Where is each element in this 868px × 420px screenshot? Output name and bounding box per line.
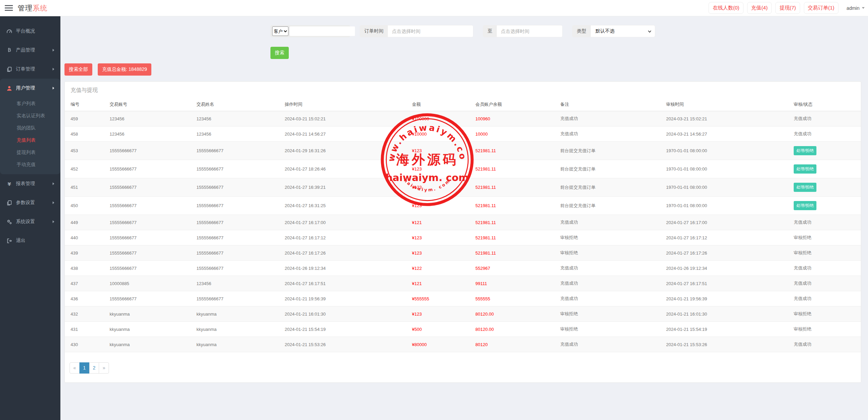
sidebar-subitem-customer-list[interactable]: 客户列表 (0, 98, 60, 110)
to-label: 至 (483, 25, 497, 37)
column-header: 审核时间 (660, 98, 788, 111)
order-time-label: 订单时间 (360, 25, 388, 37)
amount-cell: ¥123 (406, 178, 470, 197)
process-reject-button[interactable]: 处理/拒绝 (794, 183, 816, 192)
header-link-withdraw[interactable]: 提现(7) (775, 2, 800, 14)
amount-cell: ¥100000 (406, 111, 470, 126)
name-cell: 15555666677 (191, 261, 279, 276)
status-cell: 审核拒绝 (788, 322, 861, 337)
status-cell: 充值成功 (788, 215, 861, 230)
yen-icon: ¥ (6, 181, 12, 187)
row-id-cell: 458 (65, 126, 104, 142)
sidebar-subitem-realname-list[interactable]: 实名认证列表 (0, 110, 60, 122)
row-id-cell: 439 (65, 245, 104, 261)
chevron-right-icon (53, 201, 54, 204)
row-id-cell: 436 (65, 291, 104, 306)
column-header: 交易账号 (104, 98, 191, 111)
account-cell: 15555666677 (104, 215, 191, 230)
row-id-cell: 452 (65, 160, 104, 178)
audit-time-cell: 2024-01-21 15:53:26 (660, 337, 788, 352)
sidebar-subitem-recharge-list[interactable]: 充值列表 (0, 134, 60, 146)
user-name: admin (847, 5, 860, 11)
sidebar-subitem-my-team[interactable]: 我的团队 (0, 122, 60, 134)
sidebar-item-user-management[interactable]: 用户管理 (0, 79, 60, 98)
account-cell: 15555666677 (104, 261, 191, 276)
app-logo: 管理系统 (18, 3, 48, 13)
table-row: 432kkyuanmakkyuanma2024-01-21 16:01:30¥1… (65, 306, 861, 322)
op-time-cell: 2024-01-27 16:17:51 (279, 276, 406, 291)
remark-cell: 审核拒绝 (554, 245, 660, 261)
balance-cell: 552967 (470, 261, 554, 276)
balance-cell: 521981.11 (470, 215, 554, 230)
sidebar-item-label: 参数设置 (16, 200, 35, 206)
chevron-right-icon (53, 182, 54, 185)
table-row: 43615555666677155556666772024-01-21 19:5… (65, 291, 861, 306)
page-prev[interactable]: « (70, 362, 80, 374)
account-filter-group: 客户 (270, 25, 350, 37)
search-button[interactable]: 搜索 (270, 47, 289, 59)
type-select[interactable]: 默认不选 (591, 25, 655, 37)
header-link-online-count[interactable]: 在线人数(0) (709, 2, 743, 14)
amount-cell: ¥123 (406, 197, 470, 215)
row-id-cell: 459 (65, 111, 104, 126)
account-type-select[interactable]: 客户 (272, 26, 288, 36)
sidebar-item-platform-overview[interactable]: 平台概况 (0, 22, 60, 41)
remark-cell: 前台提交充值订单 (554, 178, 660, 197)
op-time-cell: 2024-01-27 16:17:00 (279, 215, 406, 230)
sidebar-item-order-management[interactable]: 订单管理 (0, 60, 60, 79)
chevron-right-icon (53, 49, 54, 52)
page-1[interactable]: 1 (79, 362, 90, 374)
sidebar-item-product-management[interactable]: 产品管理 (0, 41, 60, 60)
table-row: 4581234561234562024-03-21 14:56:27¥10000… (65, 126, 861, 142)
logout-icon (6, 238, 12, 244)
remark-cell: 审核拒绝 (554, 322, 660, 337)
status-text: 充值成功 (794, 265, 811, 271)
sidebar-item-param-settings[interactable]: 参数设置 (0, 193, 60, 212)
amount-cell: ¥123 (406, 245, 470, 261)
process-reject-button[interactable]: 处理/拒绝 (794, 164, 816, 174)
status-text: 充值成功 (794, 220, 811, 225)
status-cell: 处理/拒绝 (788, 142, 861, 160)
time-to-input[interactable] (497, 25, 562, 37)
audit-time-cell: 2024-01-27 16:17:26 (660, 245, 788, 261)
user-menu[interactable]: admin (843, 3, 868, 13)
header-link-recharge[interactable]: 充值(4) (747, 2, 772, 14)
page-next[interactable]: » (99, 362, 109, 374)
process-reject-button[interactable]: 处理/拒绝 (794, 146, 816, 155)
column-header: 操作时间 (279, 98, 406, 111)
remark-cell: 前台提交充值订单 (554, 142, 660, 160)
user-icon (6, 85, 12, 91)
app-logo-part1: 管理 (18, 4, 33, 12)
op-time-cell: 2024-01-27 16:17:12 (279, 230, 406, 245)
audit-time-cell: 2024-01-27 16:17:12 (660, 230, 788, 245)
balance-cell: 100960 (470, 111, 554, 126)
sidebar-subitem-manual-recharge[interactable]: 手动充值 (0, 159, 60, 171)
op-time-cell: 2024-01-27 16:17:26 (279, 245, 406, 261)
time-to-group: 至 (483, 25, 563, 37)
page-2[interactable]: 2 (89, 362, 99, 374)
recharge-withdraw-panel: 充值与提现 编号交易账号交易姓名操作时间金额会员账户余额备注审核时间审核/状态 … (64, 81, 861, 383)
chevron-right-icon (53, 87, 54, 89)
time-from-input[interactable] (388, 25, 473, 37)
remark-cell: 充值成功 (554, 215, 660, 230)
balance-cell: 521981.11 (470, 245, 554, 261)
sidebar-item-system-settings[interactable]: 系统设置 (0, 212, 60, 231)
process-reject-button[interactable]: 处理/拒绝 (794, 201, 816, 210)
table-row: 431kkyuanmakkyuanma2024-01-21 15:54:19¥5… (65, 322, 861, 337)
chevron-right-icon (53, 220, 54, 223)
search-all-button[interactable]: 搜索全部 (64, 63, 92, 76)
filter-row: 客户 订单时间 至 类型 默认不选 (270, 25, 655, 37)
row-id-cell: 431 (65, 322, 104, 337)
type-label: 类型 (572, 25, 591, 37)
sidebar-item-report-management[interactable]: ¥报表管理 (0, 174, 60, 193)
sidebar-item-logout[interactable]: 退出 (0, 231, 60, 250)
table-row: 43815555666677155556666772024-01-26 19:1… (65, 261, 861, 276)
table-row: 45315555666677155556666772024-01-29 16:3… (65, 142, 861, 160)
sidebar-subitem-withdraw-list[interactable]: 提现列表 (0, 146, 60, 159)
status-text: 充值成功 (794, 296, 811, 301)
table-row: 43915555666677155556666772024-01-27 16:1… (65, 245, 861, 261)
header-link-trade-orders[interactable]: 交易订单(1) (804, 2, 838, 14)
hamburger-menu-icon[interactable] (5, 4, 13, 12)
account-search-input[interactable] (290, 26, 355, 36)
name-cell: 123456 (191, 111, 279, 126)
